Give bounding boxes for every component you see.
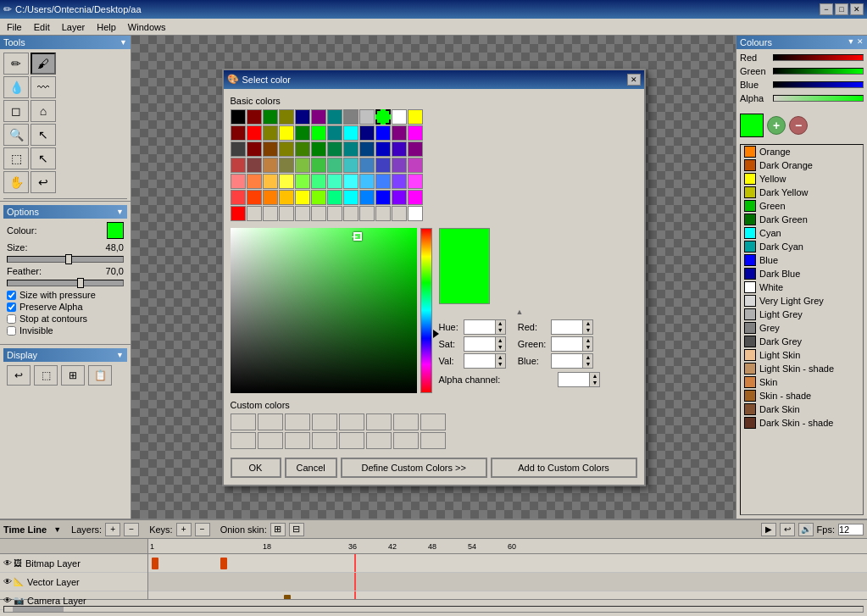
basic-color-11[interactable]: [408, 109, 423, 125]
alpha-down-btn[interactable]: ▼: [589, 380, 599, 386]
basic-color-75[interactable]: [279, 206, 294, 221]
basic-color-78[interactable]: [327, 206, 342, 221]
keyframe-camera-1[interactable]: [284, 595, 291, 599]
basic-color-25[interactable]: [247, 142, 262, 157]
basic-color-71[interactable]: [408, 190, 423, 205]
display-grid-btn[interactable]: ⊞: [61, 365, 85, 386]
basic-color-36[interactable]: [231, 158, 246, 173]
color-list-item-skin-shade[interactable]: Skin - shade: [741, 389, 863, 402]
pan-tool[interactable]: ✋: [3, 171, 29, 193]
color-list-item-green[interactable]: Green: [741, 199, 863, 213]
blue-spinbox[interactable]: 0 ▲ ▼: [551, 353, 593, 369]
red-up-btn[interactable]: ▲: [582, 320, 592, 327]
stop-at-contours-checkbox[interactable]: [7, 314, 16, 324]
basic-color-54[interactable]: [327, 174, 342, 189]
basic-color-0[interactable]: [231, 109, 246, 125]
eyedropper-tool[interactable]: 💧: [3, 76, 29, 98]
basic-color-52[interactable]: [295, 174, 310, 189]
basic-color-14[interactable]: [263, 125, 278, 141]
basic-color-27[interactable]: [279, 142, 294, 157]
modal-close-button[interactable]: ✕: [627, 74, 641, 86]
remove-key-button[interactable]: −: [195, 523, 210, 536]
color-list-item-very-light-grey[interactable]: Very Light Grey: [741, 294, 863, 308]
basic-color-19[interactable]: [343, 125, 358, 141]
menu-help[interactable]: Help: [92, 20, 121, 34]
blue-up-btn[interactable]: ▲: [582, 354, 592, 361]
custom-color-9[interactable]: [258, 432, 283, 449]
basic-color-32[interactable]: [359, 142, 375, 157]
custom-color-8[interactable]: [231, 432, 256, 449]
define-custom-colors-button[interactable]: Define Custom Colors >>: [341, 458, 487, 478]
menu-edit[interactable]: Edit: [29, 20, 55, 34]
basic-color-63[interactable]: [279, 190, 294, 205]
basic-color-64[interactable]: [295, 190, 310, 205]
basic-color-24[interactable]: [231, 142, 246, 157]
color-list-item-cyan[interactable]: Cyan: [741, 226, 863, 240]
color-list-item-dark-blue[interactable]: Dark Blue: [741, 267, 863, 280]
basic-color-62[interactable]: [263, 190, 278, 205]
timeline-scrollbar[interactable]: [3, 606, 864, 613]
basic-color-29[interactable]: [311, 142, 326, 157]
eraser-tool[interactable]: ◻: [3, 100, 29, 122]
basic-color-17[interactable]: [311, 125, 326, 141]
sat-down-btn[interactable]: ▼: [495, 344, 505, 351]
size-pressure-checkbox[interactable]: [7, 291, 16, 300]
size-slider[interactable]: [7, 256, 124, 263]
minimize-button[interactable]: −: [820, 3, 833, 15]
color-list-item-dark-orange[interactable]: Dark Orange: [741, 158, 863, 172]
blue-slider[interactable]: [773, 81, 864, 88]
basic-color-18[interactable]: [327, 125, 342, 141]
ok-button[interactable]: OK: [231, 458, 281, 478]
color-list-item-blue[interactable]: Blue: [741, 253, 863, 267]
pencil-tool[interactable]: ✏: [3, 53, 29, 75]
keyframe-bitmap-2[interactable]: [220, 558, 227, 569]
custom-color-0[interactable]: [231, 413, 256, 430]
keyframe-bitmap-1[interactable]: [152, 558, 158, 569]
basic-color-35[interactable]: [408, 142, 423, 157]
custom-color-11[interactable]: [312, 432, 337, 449]
basic-color-20[interactable]: [359, 125, 375, 141]
custom-color-1[interactable]: [258, 413, 283, 430]
basic-color-21[interactable]: [375, 125, 391, 141]
maximize-button[interactable]: □: [835, 3, 848, 15]
basic-color-40[interactable]: [295, 158, 310, 173]
hue-spinbox[interactable]: 120 ▲ ▼: [464, 319, 506, 335]
basic-color-39[interactable]: [279, 158, 294, 173]
zoom-tool[interactable]: ↖: [31, 124, 56, 146]
basic-color-66[interactable]: [327, 190, 342, 205]
sat-spinbox[interactable]: 255 ▲ ▼: [464, 336, 506, 352]
basic-color-67[interactable]: [343, 190, 358, 205]
menu-layer[interactable]: Layer: [57, 20, 91, 34]
basic-color-49[interactable]: [247, 174, 262, 189]
blue-down-btn[interactable]: ▼: [582, 361, 592, 368]
red-input[interactable]: 0: [552, 320, 582, 334]
feather-slider[interactable]: [7, 280, 124, 286]
basic-color-9[interactable]: [375, 109, 391, 125]
basic-color-51[interactable]: [279, 174, 294, 189]
basic-color-57[interactable]: [375, 174, 391, 189]
basic-color-68[interactable]: [359, 190, 375, 205]
basic-color-13[interactable]: [247, 125, 262, 141]
basic-color-70[interactable]: [392, 190, 407, 205]
basic-color-37[interactable]: [247, 158, 262, 173]
basic-color-28[interactable]: [295, 142, 310, 157]
basic-color-59[interactable]: [408, 174, 423, 189]
val-down-btn[interactable]: ▼: [495, 361, 505, 368]
alpha-spinbox[interactable]: 255 ▲ ▼: [558, 372, 600, 387]
basic-color-50[interactable]: [263, 174, 278, 189]
basic-color-33[interactable]: [375, 142, 391, 157]
fps-input[interactable]: [838, 524, 864, 536]
basic-color-48[interactable]: [231, 174, 246, 189]
select-tool[interactable]: ⌂: [31, 100, 56, 122]
color-list-item-dark-cyan[interactable]: Dark Cyan: [741, 240, 863, 253]
basic-color-7[interactable]: [343, 109, 358, 125]
sat-up-btn[interactable]: ▲: [495, 337, 505, 344]
red-slider[interactable]: [773, 54, 864, 61]
display-onion-btn[interactable]: 📋: [88, 365, 112, 386]
color-list-item-dark-skin-shade[interactable]: Dark Skin - shade: [741, 416, 863, 430]
basic-color-16[interactable]: [295, 125, 310, 141]
basic-color-76[interactable]: [295, 206, 310, 221]
basic-color-74[interactable]: [263, 206, 278, 221]
basic-color-61[interactable]: [247, 190, 262, 205]
color-list-item-light-grey[interactable]: Light Grey: [741, 308, 863, 321]
